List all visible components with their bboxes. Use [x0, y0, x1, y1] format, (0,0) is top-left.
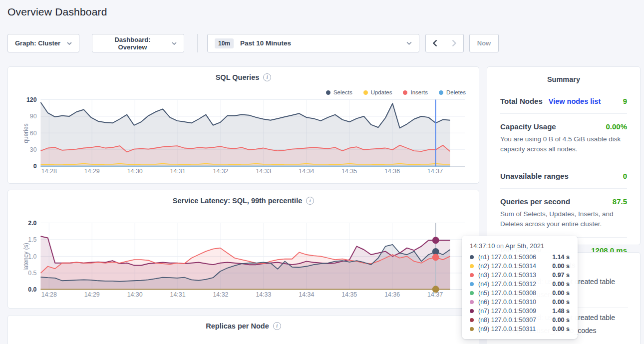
- tooltip-node-row: (n7) 127.0.0.1:503091.48 s: [470, 307, 570, 316]
- svg-text:2.0: 2.0: [28, 220, 36, 227]
- tooltip-node-label: (n6) 127.0.0.1:50310: [478, 298, 536, 307]
- tooltip-node-label: (n9) 127.0.0.1:50311: [478, 325, 536, 334]
- summary-row-label: Capacity Usage: [500, 122, 556, 131]
- svg-text:14:30: 14:30: [127, 168, 143, 175]
- toolbar-divider: [197, 34, 198, 52]
- tooltip-node-value: 1.48 s: [552, 307, 570, 316]
- tooltip-rows: (n1) 127.0.0.1:503061.14 s(n2) 127.0.0.1…: [470, 253, 570, 334]
- tooltip-node-row: (n3) 127.0.0.1:503130.97 s: [470, 271, 570, 280]
- dashboard-dropdown-label: Dashboard: Overview: [99, 36, 166, 51]
- svg-text:14:31: 14:31: [170, 168, 186, 175]
- svg-text:14:34: 14:34: [299, 291, 314, 298]
- tooltip-node-label: (n8) 127.0.0.1:50307: [478, 316, 536, 325]
- time-prev-button[interactable]: [425, 34, 445, 52]
- tooltip-node-row: (n4) 127.0.0.1:503120.00 s: [470, 280, 570, 289]
- page-title: Overview Dashboard: [7, 6, 107, 18]
- svg-text:0: 0: [33, 163, 37, 170]
- summary-title: Summary: [487, 67, 640, 83]
- service-latency-chart[interactable]: 14:2814:2914:3014:3114:3214:3314:3414:35…: [8, 190, 479, 308]
- tooltip-node-value: 0.97 s: [552, 271, 570, 280]
- graph-dropdown[interactable]: Graph: Cluster: [7, 34, 79, 52]
- svg-text:14:35: 14:35: [341, 168, 357, 175]
- svg-text:0.5: 0.5: [28, 270, 36, 277]
- tooltip-node-value: 0.00 s: [552, 262, 570, 271]
- svg-text:14:33: 14:33: [256, 168, 271, 175]
- svg-text:1.5: 1.5: [28, 236, 36, 243]
- summary-row: Unavailable ranges0: [500, 163, 627, 189]
- svg-text:14:36: 14:36: [384, 168, 400, 175]
- node-color-dot-icon: [470, 327, 474, 331]
- node-color-dot-icon: [470, 255, 474, 259]
- summary-row-subtext: Sum of Selects, Updates, Inserts, and De…: [500, 209, 627, 230]
- node-color-dot-icon: [470, 273, 474, 277]
- svg-text:60: 60: [30, 130, 37, 137]
- svg-text:14:28: 14:28: [41, 291, 57, 298]
- tooltip-node-row: (n6) 127.0.0.1:503100.00 s: [470, 298, 570, 307]
- overview-dashboard-page: Overview Dashboard Graph: Cluster Dashbo…: [0, 0, 644, 344]
- chevron-down-icon: [172, 42, 177, 45]
- tooltip-node-label: (n5) 127.0.0.1:50308: [478, 289, 536, 298]
- dashboard-dropdown[interactable]: Dashboard: Overview: [92, 34, 184, 52]
- summary-row: Queries per second87.5Sum of Selects, Up…: [500, 189, 627, 238]
- summary-panel: Summary Total NodesView nodes list9Capac…: [487, 66, 641, 245]
- time-range-badge: 10m: [215, 38, 234, 48]
- svg-text:14:28: 14:28: [41, 168, 57, 175]
- summary-row-value: 0: [623, 172, 627, 180]
- tooltip-node-label: (n3) 127.0.0.1:50313: [478, 271, 536, 280]
- tooltip-node-value: 1.14 s: [552, 253, 570, 262]
- node-color-dot-icon: [470, 300, 474, 304]
- summary-row-label: Unavailable ranges: [500, 172, 569, 180]
- svg-text:90: 90: [30, 113, 37, 120]
- service-latency-panel: Service Latency: SQL, 99th percentile i …: [7, 190, 479, 309]
- tooltip-node-label: (n2) 127.0.0.1:50314: [478, 262, 536, 271]
- svg-text:14:30: 14:30: [127, 291, 143, 298]
- summary-row-label: Total Nodes: [500, 97, 543, 105]
- summary-row: Total NodesView nodes list9: [500, 88, 627, 114]
- summary-row: Capacity Usage0.00%You are using 0 B of …: [500, 114, 627, 163]
- svg-text:14:32: 14:32: [213, 168, 229, 175]
- chart-hover-tooltip: 14:37:10onApr 5th, 2021 (n1) 127.0.0.1:5…: [462, 236, 578, 339]
- tooltip-node-row: (n8) 127.0.0.1:503070.00 s: [470, 316, 570, 325]
- info-icon[interactable]: i: [273, 322, 281, 330]
- graph-dropdown-label: Graph: Cluster: [15, 39, 60, 47]
- svg-text:14:29: 14:29: [84, 168, 100, 175]
- tooltip-node-row: (n5) 127.0.0.1:503080.00 s: [470, 289, 570, 298]
- tooltip-node-label: (n4) 127.0.0.1:50312: [478, 280, 536, 289]
- tooltip-date: Apr 5th, 2021: [505, 242, 544, 250]
- summary-row-value: 0.00%: [606, 122, 627, 131]
- svg-text:120: 120: [26, 96, 37, 103]
- svg-text:14:35: 14:35: [341, 291, 357, 298]
- chevron-down-icon: [67, 42, 72, 45]
- tooltip-node-row: (n9) 127.0.0.1:503110.00 s: [470, 325, 570, 334]
- view-nodes-list-link[interactable]: View nodes list: [549, 97, 601, 105]
- summary-row-value: 87.5: [613, 197, 627, 206]
- time-next-button[interactable]: [444, 34, 464, 52]
- chevron-left-icon: [433, 39, 437, 47]
- tooltip-node-value: 0.00 s: [552, 289, 570, 298]
- svg-text:14:37: 14:37: [427, 168, 443, 175]
- tooltip-time: 14:37:10: [470, 242, 495, 250]
- time-range-label: Past 10 Minutes: [240, 39, 291, 47]
- svg-text:14:32: 14:32: [213, 291, 229, 298]
- replicas-title: Replicas per Node: [206, 322, 269, 330]
- node-color-dot-icon: [470, 318, 474, 322]
- summary-row-subtext: You are using 0 B of 4.5 GiB usable disk…: [500, 134, 627, 155]
- tooltip-node-value: 0.00 s: [552, 325, 570, 334]
- time-range-dropdown[interactable]: 10m Past 10 Minutes: [207, 34, 419, 52]
- chevron-down-icon: [406, 41, 412, 45]
- sql-queries-chart[interactable]: 14:2814:2914:3014:3114:3214:3314:3414:35…: [8, 67, 479, 183]
- node-color-dot-icon: [470, 282, 474, 286]
- svg-text:14:31: 14:31: [170, 291, 186, 298]
- summary-row-value: 9: [623, 97, 627, 105]
- now-button[interactable]: Now: [469, 34, 499, 52]
- replicas-title-row: Replicas per Node i: [8, 322, 479, 330]
- chevron-right-icon: [452, 39, 456, 47]
- tooltip-conjunction: on: [497, 242, 504, 250]
- tooltip-node-label: (n1) 127.0.0.1:50306: [478, 253, 536, 262]
- replicas-per-node-panel: Replicas per Node i: [7, 315, 479, 344]
- tooltip-node-value: 0.00 s: [552, 298, 570, 307]
- tooltip-node-row: (n1) 127.0.0.1:503061.14 s: [470, 253, 570, 262]
- svg-text:1.0: 1.0: [28, 253, 36, 260]
- svg-text:14:33: 14:33: [256, 291, 271, 298]
- tooltip-node-value: 0.00 s: [552, 280, 570, 289]
